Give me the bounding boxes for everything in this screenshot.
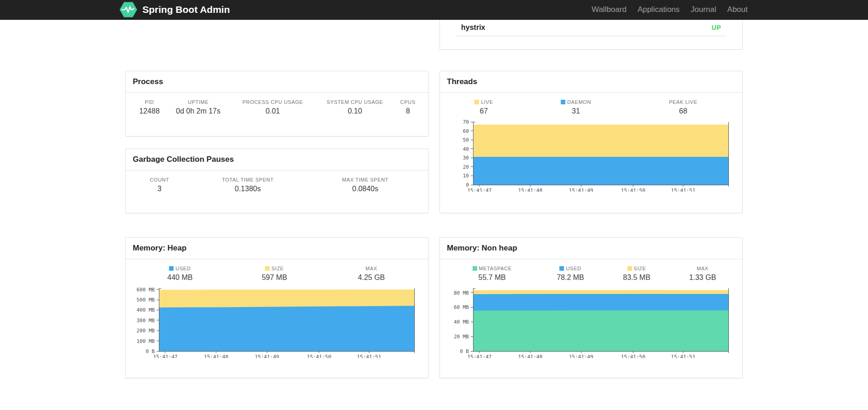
metric-value: 597 MB [227,273,322,285]
svg-text:15:41:51: 15:41:51 [671,188,695,192]
application-name[interactable]: hystrix [461,23,485,32]
svg-text:40: 40 [463,146,469,152]
navbar: Spring Boot Admin Wallboard Applications… [0,0,868,20]
legend-swatch [561,100,565,104]
process-panel: Process PID UPTIME PROCESS CPU USAGE SYS… [125,71,428,137]
application-status-badge: UP [712,24,721,31]
metric-label: MAX [321,259,421,273]
svg-text:70: 70 [463,119,469,125]
gc-panel-body: COUNT TOTAL TIME SPENT MAX TIME SPENT 3 … [126,171,428,200]
memory-heap-panel: Memory: Heap USED SIZE MAX 440 MB 597 MB… [125,237,428,378]
nav-links: Wallboard Applications Journal About [586,5,749,14]
metric-label: PROCESS CPU USAGE [230,93,315,106]
gc-panel: Garbage Collection Pauses COUNT TOTAL TI… [125,148,428,213]
memory-nonheap-chart: 0 B20 MB40 MB60 MB80 MB15:41:4715:41:481… [447,285,735,358]
metric-label: SYSTEM CPU USAGE [315,93,395,106]
threads-panel-title: Threads [440,71,742,93]
svg-text:20: 20 [463,164,469,170]
metric-value: 12488 [133,106,166,118]
legend-swatch [265,266,270,271]
svg-text:100 MB: 100 MB [136,338,155,344]
metric-label: DAEMON [521,93,631,106]
threads-panel-body: LIVE DAEMON PEAK LIVE 67 31 68 010203040… [440,93,742,196]
svg-text:15:41:48: 15:41:48 [518,188,542,192]
process-metrics-table: PID UPTIME PROCESS CPU USAGE SYSTEM CPU … [133,93,421,118]
metric-value: 0.1380s [186,184,309,196]
metric-label: MAX TIME SPENT [310,171,422,184]
nav-item-about[interactable]: About [722,5,749,14]
memory-nonheap-panel-body: METASPACE USED SIZE MAX 55.7 MB 78.2 MB … [440,259,742,363]
svg-text:15:41:51: 15:41:51 [357,354,381,358]
svg-text:15:41:50: 15:41:50 [307,354,331,358]
content: hystrix UP Process PID UPTIME PROCESS CP… [125,20,743,410]
metric-value: 440 MB [133,273,227,285]
memory-heap-chart: 0 B100 MB200 MB300 MB400 MB500 MB600 MB1… [133,285,421,358]
metric-label: UPTIME [166,93,231,106]
metric-value: 0d 0h 2m 17s [166,106,231,118]
process-panel-title: Process [126,71,428,93]
svg-text:15:41:48: 15:41:48 [518,354,542,358]
metric-label: CPUS [395,93,421,106]
nav-item-wallboard[interactable]: Wallboard [586,5,632,14]
svg-text:15:41:48: 15:41:48 [204,354,228,358]
nonheap-legend-table: METASPACE USED SIZE MAX 55.7 MB 78.2 MB … [447,259,735,285]
metric-label: METASPACE [447,259,537,273]
metric-label: COUNT [133,171,186,184]
svg-text:15:41:50: 15:41:50 [621,188,645,192]
brand-logo-icon [119,2,137,17]
svg-text:500 MB: 500 MB [136,297,155,303]
metric-value: 3 [133,184,186,196]
nav-item-applications[interactable]: Applications [632,5,685,14]
svg-text:30: 30 [463,155,469,161]
legend-swatch [627,266,632,271]
svg-text:80 MB: 80 MB [454,290,469,296]
svg-text:10: 10 [463,173,469,179]
metric-value: 8 [395,106,421,118]
brand[interactable]: Spring Boot Admin [119,2,230,17]
navbar-inner: Spring Boot Admin Wallboard Applications… [119,0,749,19]
svg-text:15:41:47: 15:41:47 [153,354,177,358]
application-list-panel: hystrix UP [440,20,743,50]
metric-value: 4.25 GB [321,273,421,285]
metric-label: USED [537,259,603,273]
threads-panel: Threads LIVE DAEMON PEAK LIVE 67 31 68 0… [440,71,743,213]
svg-text:15:41:49: 15:41:49 [569,188,593,192]
page: Spring Boot Admin Wallboard Applications… [0,0,868,410]
metric-label: SIZE [603,259,670,273]
legend-swatch [473,266,477,271]
svg-text:15:41:47: 15:41:47 [467,188,491,192]
memory-nonheap-panel-title: Memory: Non heap [440,238,742,259]
svg-text:20 MB: 20 MB [454,334,469,340]
gc-panel-title: Garbage Collection Pauses [126,149,428,171]
metric-label: USED [133,259,227,273]
metric-label: LIVE [447,93,521,106]
memory-heap-panel-title: Memory: Heap [126,238,428,259]
nav-item-journal[interactable]: Journal [685,5,722,14]
metric-label: TOTAL TIME SPENT [186,171,309,184]
metric-value: 67 [447,106,521,118]
metric-label: PEAK LIVE [631,93,735,106]
svg-text:200 MB: 200 MB [136,328,155,334]
brand-title: Spring Boot Admin [142,4,230,15]
metric-value: 78.2 MB [537,273,603,285]
metric-value: 1.33 GB [670,273,735,285]
metric-label: PID [133,93,166,106]
svg-text:15:41:49: 15:41:49 [255,354,279,358]
svg-text:600 MB: 600 MB [136,287,155,293]
legend-swatch [169,266,174,271]
memory-nonheap-panel: Memory: Non heap METASPACE USED SIZE MAX… [440,237,743,378]
metric-value: 68 [631,106,735,118]
application-row: hystrix UP [456,20,727,36]
svg-text:15:41:47: 15:41:47 [467,354,491,358]
threads-chart: 01020304050607015:41:4715:41:4815:41:491… [447,119,735,192]
metric-value: 55.7 MB [447,273,537,285]
memory-heap-panel-body: USED SIZE MAX 440 MB 597 MB 4.25 GB 0 B1… [126,259,428,363]
metric-label: MAX [670,259,735,273]
threads-legend-table: LIVE DAEMON PEAK LIVE 67 31 68 [447,93,735,118]
gc-metrics-table: COUNT TOTAL TIME SPENT MAX TIME SPENT 3 … [133,171,421,196]
metric-value: 83.5 MB [603,273,670,285]
metric-value: 31 [521,106,631,118]
svg-text:60: 60 [463,128,469,134]
svg-text:300 MB: 300 MB [136,318,155,324]
legend-swatch [474,100,479,104]
